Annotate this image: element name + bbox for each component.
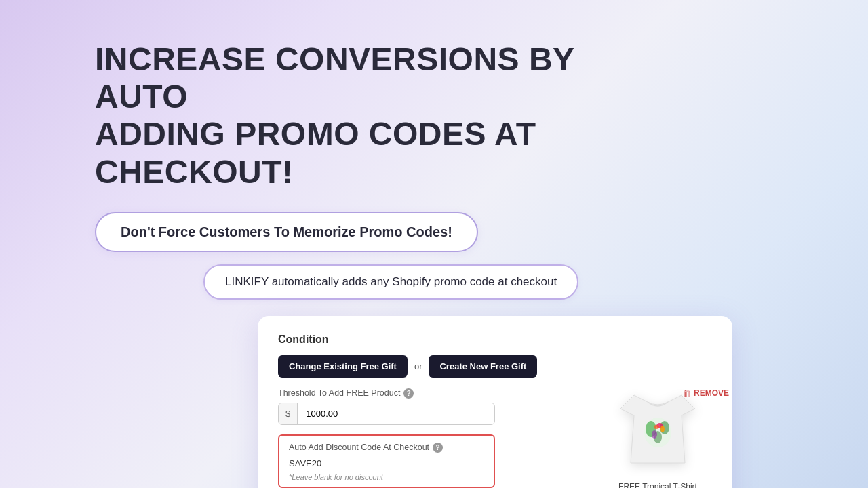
discount-hint: *Leave blank for no discount bbox=[289, 473, 484, 481]
trash-icon: 🗑 bbox=[682, 388, 691, 399]
product-label: FREE Tropical T-Shirt bbox=[618, 482, 697, 488]
pill-2-text: LINKIFY automatically adds any Shopify p… bbox=[225, 275, 557, 288]
pill-1-text: Don't Force Customers To Memorize Promo … bbox=[121, 224, 452, 239]
form-left: Threshold To Add FREE Product ? $ Auto A… bbox=[278, 388, 587, 488]
threshold-input[interactable] bbox=[298, 403, 494, 424]
button-row: Change Existing Free Gift or Create New … bbox=[278, 355, 712, 378]
threshold-label: Threshold To Add FREE Product ? bbox=[278, 388, 587, 399]
or-label: or bbox=[414, 361, 422, 371]
modal-wrapper: Condition Change Existing Free Gift or C… bbox=[136, 316, 854, 488]
headline-line1: INCREASE CONVERSIONS BY AUTO bbox=[95, 41, 574, 115]
modal: Condition Change Existing Free Gift or C… bbox=[258, 316, 732, 488]
pill-2-row: LINKIFY automatically adds any Shopify p… bbox=[203, 264, 578, 300]
tshirt-container: 🗑 REMOVE bbox=[620, 388, 695, 472]
headline-line2: ADDING PROMO CODES AT CHECKOUT! bbox=[95, 116, 536, 189]
threshold-help-icon: ? bbox=[403, 388, 414, 399]
create-new-btn[interactable]: Create New Free Gift bbox=[429, 355, 537, 378]
remove-button[interactable]: 🗑 REMOVE bbox=[682, 388, 729, 399]
discount-input[interactable] bbox=[289, 458, 484, 468]
condition-label: Condition bbox=[278, 333, 712, 346]
remove-label: REMOVE bbox=[694, 388, 729, 398]
change-existing-btn[interactable]: Change Existing Free Gift bbox=[278, 355, 408, 378]
headline: INCREASE CONVERSIONS BY AUTO ADDING PROM… bbox=[95, 41, 637, 190]
pill-1-row: Don't Force Customers To Memorize Promo … bbox=[95, 212, 478, 252]
discount-help-icon: ? bbox=[433, 443, 443, 453]
pill-2: LINKIFY automatically adds any Shopify p… bbox=[203, 264, 578, 300]
discount-label: Auto Add Discount Code At Checkout ? bbox=[289, 443, 484, 453]
form-content: Threshold To Add FREE Product ? $ Auto A… bbox=[278, 388, 712, 488]
tshirt-image bbox=[620, 388, 695, 470]
svg-point-6 bbox=[660, 426, 665, 432]
threshold-input-wrapper: $ bbox=[278, 403, 495, 425]
svg-point-7 bbox=[652, 430, 657, 439]
discount-field-wrapper: Auto Add Discount Code At Checkout ? *Le… bbox=[278, 434, 495, 488]
svg-point-5 bbox=[654, 425, 659, 429]
form-right: 🗑 REMOVE FREE Tropical T-Shirt bbox=[604, 388, 712, 488]
pill-1: Don't Force Customers To Memorize Promo … bbox=[95, 212, 478, 252]
currency-symbol: $ bbox=[279, 403, 298, 424]
